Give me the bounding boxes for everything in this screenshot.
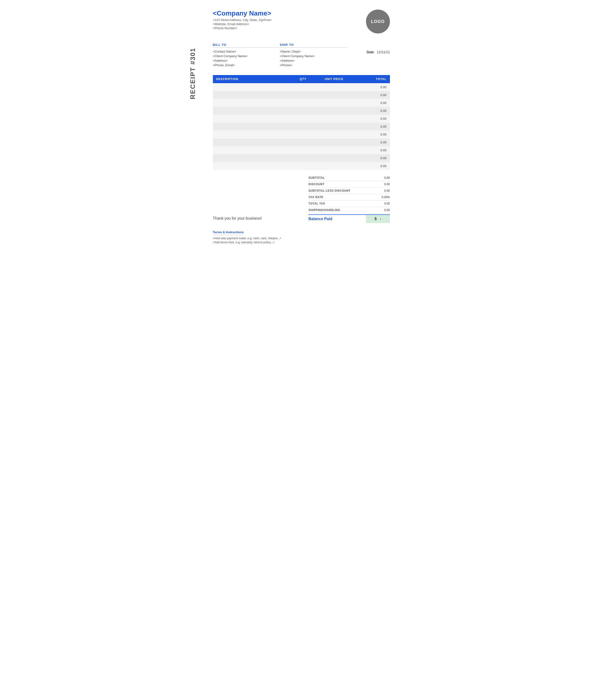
balance-currency: $ (374, 217, 377, 221)
tax-rate-value: 0.00% (375, 195, 390, 199)
bill-phone-email: <Phone, Email> (213, 63, 280, 67)
cell-unit-price (314, 107, 354, 115)
ship-phone: <Phone> (280, 63, 347, 67)
table-row: 0.00 (213, 99, 390, 107)
cell-qty (292, 107, 314, 115)
cell-unit-price (314, 162, 354, 170)
receipt-page: RECEIPT #301 <Company Name> <123 Street … (189, 0, 404, 254)
terms-line-2: <Add terms here, e.g: warranty, returns … (213, 240, 390, 244)
company-logo: LOGO (366, 9, 390, 34)
cell-unit-price (314, 138, 354, 146)
table-row: 0.00 (213, 91, 390, 99)
table-row: 0.00 (213, 130, 390, 138)
cell-description (213, 154, 292, 162)
date-row: Date 11/11/11 (367, 50, 390, 54)
subtotal-row: SUBTOTAL 0.00 (309, 175, 390, 181)
subtotal-value: 0.00 (375, 176, 390, 179)
cell-description (213, 138, 292, 146)
table-row: 0.00 (213, 162, 390, 170)
total-tax-row: TOTAL TAX 0.00 (309, 201, 390, 207)
cell-unit-price (314, 154, 354, 162)
cell-qty (292, 138, 314, 146)
subtotal-less-discount-row: SUBTOTAL LESS DISCOUNT 0.00 (309, 188, 390, 194)
bill-company: <Client Company Name> (213, 54, 280, 58)
table-header: DESCRIPTION QTY UNIT PRICE TOTAL (213, 75, 390, 83)
company-info: <Company Name> <123 Street Address, City… (213, 9, 272, 30)
date-label: Date (367, 50, 374, 54)
subtotal-label: SUBTOTAL (309, 176, 325, 179)
cell-unit-price (314, 130, 354, 138)
billing-shipping-section: BILL TO <Contact Name> <Client Company N… (213, 43, 390, 68)
cell-description (213, 91, 292, 99)
cell-unit-price (314, 123, 354, 130)
cell-total: 0.00 (354, 91, 390, 99)
discount-row: DISCOUNT 0.00 (309, 181, 390, 188)
items-table: DESCRIPTION QTY UNIT PRICE TOTAL 0.000.0… (213, 75, 390, 170)
table-row: 0.00 (213, 154, 390, 162)
table-row: 0.00 (213, 123, 390, 130)
balance-value: - (380, 217, 381, 221)
terms-line-1: <How was payment made, e.g: cash, card, … (213, 236, 390, 240)
col-unit-price: UNIT PRICE (314, 75, 354, 83)
cell-description (213, 123, 292, 130)
ship-name-dept: <Name / Dept> (280, 50, 347, 53)
total-tax-value: 0.00 (375, 202, 390, 205)
cell-total: 0.00 (354, 130, 390, 138)
cell-total: 0.00 (354, 162, 390, 170)
company-website: <Website, Email Address> (213, 22, 272, 26)
cell-total: 0.00 (354, 107, 390, 115)
tax-rate-label: TAX RATE (309, 195, 323, 199)
table-row: 0.00 (213, 146, 390, 154)
company-name: <Company Name> (213, 9, 272, 17)
cell-qty (292, 91, 314, 99)
cell-total: 0.00 (354, 83, 390, 91)
cell-total: 0.00 (354, 138, 390, 146)
subtotal-less-discount-value: 0.00 (375, 189, 390, 192)
col-qty: QTY (292, 75, 314, 83)
balance-paid-row: Balance Paid $ - (309, 214, 390, 223)
discount-label: DISCOUNT (309, 183, 325, 186)
table-body: 0.000.000.000.000.000.000.000.000.000.00… (213, 83, 390, 170)
terms-section: Terms & Instructions <How was payment ma… (213, 230, 390, 244)
cell-qty (292, 146, 314, 154)
cell-qty (292, 162, 314, 170)
discount-value: 0.00 (375, 183, 390, 186)
cell-description (213, 130, 292, 138)
shipping-row: SHIPPING/HANDLING 0.00 (309, 207, 390, 213)
cell-unit-price (314, 115, 354, 123)
date-section: Date 11/11/11 (347, 43, 390, 68)
bill-to-section: BILL TO <Contact Name> <Client Company N… (213, 43, 280, 68)
terms-title: Terms & Instructions (213, 230, 244, 235)
cell-total: 0.00 (354, 123, 390, 130)
tax-rate-row: TAX RATE 0.00% (309, 194, 390, 201)
shipping-label: SHIPPING/HANDLING (309, 208, 341, 212)
balance-paid-value-box: $ - (366, 215, 390, 223)
ship-to-label: SHIP TO (280, 43, 347, 48)
thank-you-message: Thank you for your business! (213, 175, 304, 223)
header: <Company Name> <123 Street Address, City… (213, 9, 390, 34)
ship-company: <Client Company Name> (280, 54, 347, 58)
cell-description (213, 115, 292, 123)
cell-qty (292, 130, 314, 138)
col-description: DESCRIPTION (213, 75, 292, 83)
cell-unit-price (314, 91, 354, 99)
cell-description (213, 146, 292, 154)
cell-unit-price (314, 146, 354, 154)
cell-total: 0.00 (354, 115, 390, 123)
bottom-section: Thank you for your business! SUBTOTAL 0.… (213, 175, 390, 223)
date-value: 11/11/11 (377, 50, 390, 54)
bill-contact: <Contact Name> (213, 50, 280, 53)
cell-description (213, 83, 292, 91)
cell-description (213, 107, 292, 115)
table-row: 0.00 (213, 138, 390, 146)
table-row: 0.00 (213, 83, 390, 91)
cell-total: 0.00 (354, 99, 390, 107)
table-header-row: DESCRIPTION QTY UNIT PRICE TOTAL (213, 75, 390, 83)
company-address: <123 Street Address, City, State, Zip/Po… (213, 18, 272, 22)
col-total: TOTAL (354, 75, 390, 83)
company-phone: <Phone Number> (213, 26, 272, 30)
table-row: 0.00 (213, 115, 390, 123)
totals-area: SUBTOTAL 0.00 DISCOUNT 0.00 SUBTOTAL LES… (309, 175, 390, 223)
bill-to-label: BILL TO (213, 43, 280, 48)
cell-total: 0.00 (354, 154, 390, 162)
